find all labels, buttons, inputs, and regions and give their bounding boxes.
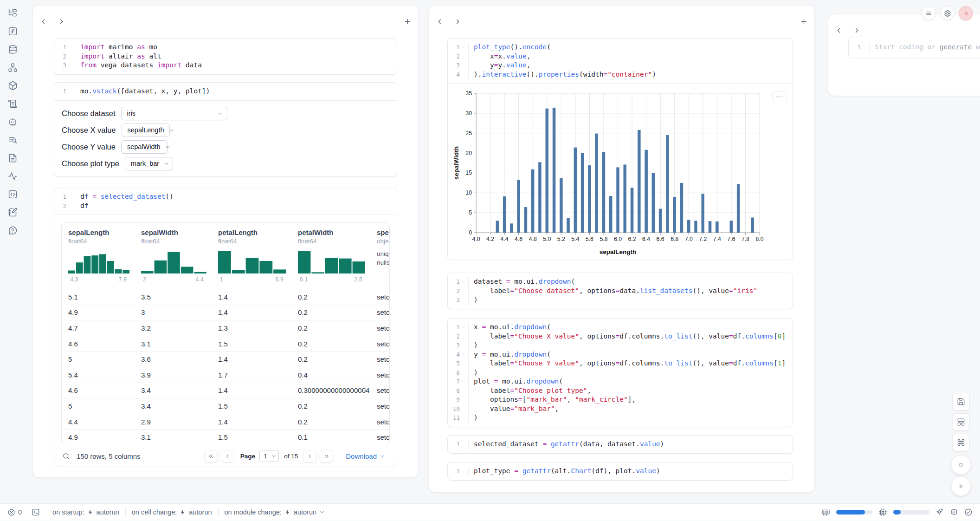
sidebar-code-square-icon[interactable]: [7, 189, 18, 200]
save-button[interactable]: [952, 393, 970, 410]
chart-output: 4.04.24.44.64.85.05.25.45.65.86.06.26.46…: [448, 86, 793, 260]
dropdown-choose-x-value[interactable]: sepalLength: [122, 124, 170, 137]
code-editor[interactable]: 1plot_type().encode(2 x=x.value,3 y=y.va…: [448, 43, 793, 79]
scroll-text-icon: [8, 99, 18, 109]
settings-button[interactable]: [940, 6, 954, 20]
dropdown-choose-plot-type[interactable]: mark_bar: [125, 157, 173, 170]
panel-nav-chevron-left[interactable]: [39, 18, 47, 26]
add-cell-button[interactable]: [800, 18, 808, 26]
table-cell: 5: [62, 398, 135, 414]
run-button[interactable]: [951, 476, 971, 496]
sidebar-notebook-pen-icon[interactable]: [7, 207, 18, 218]
code-line: 1x = mo.ui.dropdown(: [448, 323, 793, 332]
table-cell: 1.4: [212, 414, 291, 430]
code-cell-plot[interactable]: 1plot_type().encode(2 x=x.value,3 y=y.va…: [447, 38, 793, 260]
code-cell-vstack[interactable]: 1mo.vstack([dataset, x, y, plot]) Choose…: [54, 82, 397, 177]
table-cell: 4.6: [62, 336, 135, 352]
close-button[interactable]: [959, 6, 973, 20]
panel-nav-chevron-left[interactable]: [835, 26, 843, 34]
code-line: 1selected_dataset = getattr(data, datase…: [448, 440, 793, 449]
next-page-button[interactable]: [303, 450, 316, 462]
svg-text:30: 30: [465, 110, 472, 117]
chevron-down-icon[interactable]: [462, 352, 465, 356]
control-row: Choose Y valuesepalWidth: [62, 140, 389, 154]
search-icon[interactable]: [62, 452, 70, 460]
svg-text:5: 5: [469, 209, 472, 216]
code-cell-xy-plot-dropdowns[interactable]: 1x = mo.ui.dropdown(2 label="Choose X va…: [447, 318, 793, 427]
autorun-setting-1[interactable]: on startup:autorun: [52, 508, 119, 516]
code-line: 3): [448, 295, 793, 305]
menu-button[interactable]: [922, 6, 936, 20]
autorun-value: autorun: [294, 508, 316, 516]
table-cell: 1.4: [212, 383, 291, 398]
check-circle-button[interactable]: [964, 508, 973, 516]
notebook-column-left: 1import marimo as mo2import altair as al…: [32, 5, 419, 478]
first-page-button[interactable]: [204, 450, 218, 462]
panel-nav-chevron-left[interactable]: [436, 18, 444, 26]
code-line: 11): [448, 413, 793, 423]
command-palette-button[interactable]: [952, 434, 970, 451]
sidebar-list-search-icon[interactable]: [7, 134, 18, 145]
column-range: 4.37.9: [68, 276, 129, 283]
code-cell-selected-dataset[interactable]: 1selected_dataset = getattr(data, datase…: [447, 435, 793, 454]
terminal-button[interactable]: [32, 508, 40, 516]
sidebar-help-icon[interactable]: [7, 225, 18, 236]
stop-button[interactable]: [951, 455, 971, 475]
autorun-label: on module change:: [225, 508, 282, 516]
sidebar-bot-icon[interactable]: [7, 116, 18, 127]
code-cell-plot-type[interactable]: 1plot_type = getattr(alt.Chart(df), plot…: [447, 462, 793, 481]
autorun-setting-3[interactable]: on module change:autorun: [225, 508, 325, 516]
add-cell-button[interactable]: [404, 18, 412, 26]
code-cell-dataset-dropdown[interactable]: 1dataset = mo.ui.dropdown(2 label="Choos…: [447, 273, 793, 309]
svg-text:6.6: 6.6: [657, 236, 664, 242]
sidebar-database-icon[interactable]: [7, 44, 18, 55]
chevron-down-icon[interactable]: [462, 326, 465, 329]
sepalwidth-by-sepallength-bar-chart[interactable]: 4.04.24.44.64.85.05.25.45.65.86.06.26.46…: [452, 87, 790, 260]
download-button[interactable]: Download: [346, 452, 385, 460]
chart-menu-button[interactable]: [772, 91, 787, 102]
code-cell-imports[interactable]: 1import marimo as mo2import altair as al…: [54, 38, 397, 75]
layout-button[interactable]: [952, 413, 970, 431]
sidebar-workflow-icon[interactable]: [7, 62, 18, 73]
column-histogram: [298, 248, 365, 275]
fold-marker: [460, 52, 467, 61]
dropdown-label: Choose X value: [62, 126, 116, 135]
svg-text:5.8: 5.8: [600, 236, 607, 242]
autorun-setting-2[interactable]: on cell change:autorun: [132, 508, 212, 516]
last-page-button[interactable]: [320, 450, 333, 462]
code-editor[interactable]: 1df = selected_dataset()2df: [54, 192, 397, 210]
fold-marker: [66, 43, 73, 52]
code-editor[interactable]: 1mo.vstack([dataset, x, y, plot]): [54, 87, 397, 96]
code-line: 6): [448, 368, 793, 378]
sidebar-package-icon[interactable]: [7, 80, 18, 91]
empty-code-cell[interactable]: 1 Start coding or generate with AI: [848, 37, 980, 58]
chevron-down-icon[interactable]: [462, 280, 465, 284]
generate-with-ai-link[interactable]: generate: [940, 43, 972, 51]
svg-text:4.4: 4.4: [501, 236, 509, 242]
svg-text:4.6: 4.6: [515, 236, 522, 242]
sidebar-activity-icon[interactable]: [7, 170, 18, 182]
panel-nav-chevron-right[interactable]: [853, 26, 861, 34]
sparkles-button[interactable]: [935, 508, 944, 516]
sidebar-file-tree-icon[interactable]: [7, 7, 18, 19]
panel-nav-chevron-right[interactable]: [58, 18, 65, 26]
page-select[interactable]: 1: [259, 450, 279, 462]
column-stat: nulls:: [377, 258, 389, 267]
sidebar-function-square-icon[interactable]: [7, 26, 18, 37]
sidebar-scroll-text-icon[interactable]: [7, 98, 18, 109]
copilot-button[interactable]: [950, 508, 958, 516]
notebook-pen-icon: [8, 208, 18, 217]
dropdown-choose-y-value[interactable]: sepalWidth: [121, 140, 168, 154]
table-cell: 3.5: [135, 289, 212, 305]
cell-output-divider: [54, 215, 397, 215]
previous-page-button[interactable]: [221, 450, 234, 462]
file-tree-icon: [8, 8, 18, 18]
chevron-down-icon[interactable]: [462, 380, 465, 384]
code-text: ).interactive().properties(width="contai…: [468, 70, 793, 79]
chevron-down-icon[interactable]: [462, 46, 465, 49]
error-indicator[interactable]: 0: [7, 508, 22, 516]
histogram-sepalLength: [68, 248, 129, 274]
dropdown-choose-dataset[interactable]: iris: [121, 107, 227, 120]
sidebar-file-text-icon[interactable]: [7, 152, 18, 163]
panel-nav-chevron-right[interactable]: [454, 18, 462, 26]
